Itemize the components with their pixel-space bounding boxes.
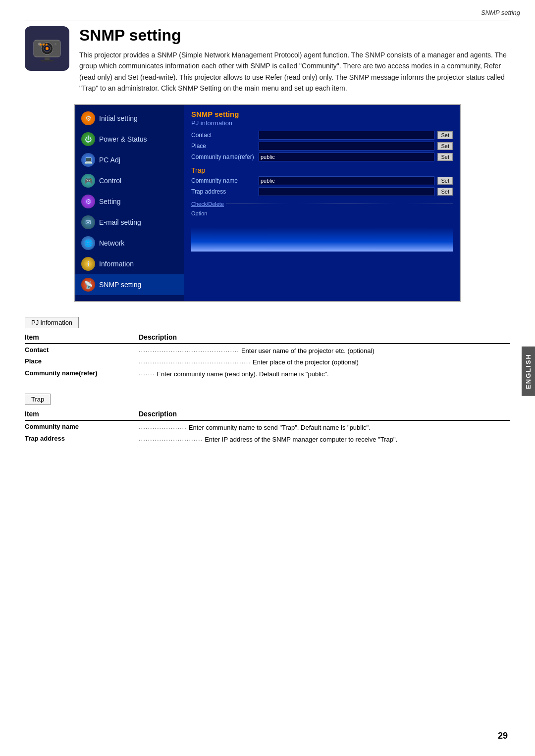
trap-dots-address: ............................ Enter IP ad…: [139, 435, 510, 445]
sidebar-label-pc-adj: PC Adj: [99, 156, 120, 164]
trap-col-item-header: Item: [25, 410, 139, 418]
initial-setting-icon: ⚙: [81, 111, 95, 125]
pj-information-tab[interactable]: PJ information: [25, 317, 79, 328]
place-label: Place: [191, 143, 256, 150]
panel-subtitle: PJ information: [191, 119, 453, 127]
header-text: SNMP setting This projector provides a S…: [79, 26, 510, 94]
panel-sidebar: ⚙ Initial setting ⏻ Power & Status 💻 PC …: [75, 105, 184, 301]
sidebar-label-snmp-setting: SNMP setting: [99, 281, 141, 289]
place-set-button[interactable]: Set: [437, 142, 453, 150]
trap-community-label: Community name: [191, 177, 256, 184]
svg-rect-7: [41, 60, 54, 61]
trap-address-label: Trap address: [191, 188, 256, 195]
pj-item-place: Place: [25, 357, 139, 365]
sidebar-item-network[interactable]: 🌐 Network: [75, 233, 184, 253]
email-setting-icon: ✉: [81, 215, 95, 229]
trap-community-row: Community name Set: [191, 176, 453, 185]
trap-table-row-address: Trap address ...........................…: [25, 435, 510, 445]
pj-item-community-refer: Community name(refer): [25, 369, 139, 377]
panel-content: SNMP setting PJ information Contact Set …: [184, 105, 460, 301]
community-refer-input[interactable]: [259, 152, 434, 161]
pj-dots-place: ........................................…: [139, 357, 510, 367]
trap-section-title: Trap: [191, 166, 453, 174]
trap-item-community: Community name: [25, 423, 139, 430]
sidebar-item-setting[interactable]: ⚙ Setting: [75, 191, 184, 212]
svg-point-8: [40, 44, 42, 46]
trap-tab[interactable]: Trap: [25, 394, 51, 405]
information-icon: ℹ: [81, 257, 95, 271]
community-refer-set-button[interactable]: Set: [437, 153, 453, 161]
svg-rect-6: [45, 57, 50, 60]
pj-item-contact: Contact: [25, 346, 139, 353]
top-divider: [25, 20, 510, 20]
setting-icon: ⚙: [81, 195, 95, 208]
network-icon: 🌐: [81, 236, 95, 250]
trap-address-set-button[interactable]: Set: [437, 188, 453, 196]
svg-point-3: [46, 47, 49, 50]
option-row: Option: [191, 209, 453, 217]
sidebar-label-power-status: Power & Status: [99, 135, 147, 143]
community-refer-row: Community name(refer) Set: [191, 152, 453, 161]
trap-dots-address-dots: ............................: [139, 435, 203, 442]
trap-community-set-button[interactable]: Set: [437, 177, 453, 185]
pj-col-item-header: Item: [25, 333, 139, 341]
contact-set-button[interactable]: Set: [437, 131, 453, 139]
english-tab: ENGLISH: [522, 347, 535, 396]
svg-point-9: [43, 44, 45, 46]
page-number: 29: [498, 731, 508, 741]
trap-community-input[interactable]: [259, 176, 434, 185]
pj-dots-contact-dots: ........................................…: [139, 346, 239, 353]
power-status-icon: ⏻: [81, 132, 95, 146]
trap-table-row-community: Community name ..................... Ent…: [25, 423, 510, 433]
pj-dots-community-refer: ....... Enter community name (read only)…: [139, 369, 510, 379]
contact-input[interactable]: [259, 131, 434, 140]
screenshot-panel: ⚙ Initial setting ⏻ Power & Status 💻 PC …: [74, 104, 461, 302]
svg-point-10: [46, 44, 48, 46]
snmp-icon: [30, 31, 64, 66]
pj-desc-community-refer: Enter community name (read only). Defaul…: [157, 369, 328, 379]
trap-desc-address: Enter IP address of the SNMP manager com…: [205, 435, 397, 445]
option-link[interactable]: Option: [191, 210, 207, 216]
pj-info-section: PJ information Item Description Contact …: [25, 317, 510, 379]
sidebar-item-power-status[interactable]: ⏻ Power & Status: [75, 129, 184, 150]
sidebar-label-network: Network: [99, 239, 124, 247]
trap-info-table: Item Description Community name ........…: [25, 410, 510, 444]
sidebar-item-control[interactable]: 🎮 Control: [75, 170, 184, 191]
sidebar-item-pc-adj[interactable]: 💻 PC Adj: [75, 150, 184, 170]
trap-info-section: Trap Item Description Community name ...…: [25, 394, 510, 444]
pj-dots-place-dots: ........................................…: [139, 357, 251, 365]
svg-point-5: [54, 43, 56, 45]
community-refer-label: Community name(refer): [191, 153, 256, 160]
trap-item-address: Trap address: [25, 435, 139, 442]
sidebar-item-initial-setting[interactable]: ⚙ Initial setting: [75, 108, 184, 129]
pj-table-row-community-refer: Community name(refer) ....... Enter comm…: [25, 369, 510, 379]
check-delete-link[interactable]: Check/Delete: [191, 201, 224, 207]
snmp-setting-icon: 📡: [81, 278, 95, 292]
sidebar-item-snmp-setting[interactable]: 📡 SNMP setting: [75, 274, 184, 295]
place-row: Place Set: [191, 142, 453, 151]
pj-desc-contact: Enter user name of the projector etc. (o…: [241, 346, 374, 356]
pj-table-header: Item Description: [25, 333, 510, 344]
pj-dots-community-refer-dots: .......: [139, 369, 155, 377]
sidebar-item-email-setting[interactable]: ✉ E-mail setting: [75, 212, 184, 233]
trap-col-desc-header: Description: [139, 410, 510, 418]
top-label: SNMP setting: [481, 9, 520, 16]
sidebar-label-email-setting: E-mail setting: [99, 218, 141, 226]
pj-col-desc-header: Description: [139, 333, 510, 341]
trap-dots-community: ..................... Enter community na…: [139, 423, 510, 433]
pj-desc-place: Enter place of the projector (optional): [253, 357, 359, 367]
sidebar-label-initial-setting: Initial setting: [99, 114, 138, 122]
trap-address-input[interactable]: [259, 187, 434, 196]
sidebar-label-setting: Setting: [99, 198, 121, 205]
place-input[interactable]: [259, 142, 434, 151]
sidebar-item-information[interactable]: ℹ Information: [75, 253, 184, 274]
pj-table-row-place: Place ..................................…: [25, 357, 510, 367]
sidebar-label-control: Control: [99, 177, 121, 185]
control-icon: 🎮: [81, 174, 95, 188]
page-title: SNMP setting: [79, 26, 510, 45]
panel-title: SNMP setting: [191, 110, 453, 118]
check-delete-row: Check/Delete: [191, 201, 453, 207]
trap-desc-community: Enter community name to send "Trap". Def…: [189, 423, 371, 433]
pc-adj-icon: 💻: [81, 153, 95, 167]
contact-label: Contact: [191, 132, 256, 139]
